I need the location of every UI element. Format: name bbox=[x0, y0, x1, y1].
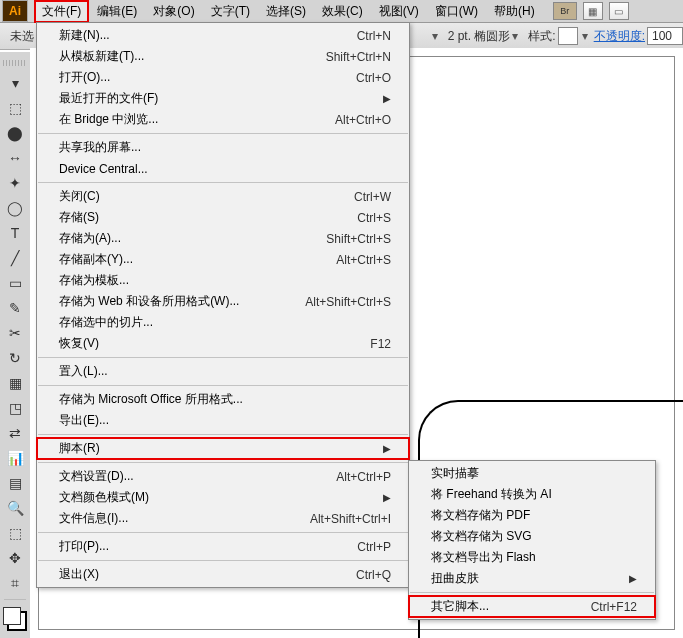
menu-item-label: 共享我的屏幕... bbox=[59, 139, 391, 156]
menu-item[interactable]: 存储为模板... bbox=[37, 270, 409, 291]
tool-8[interactable]: ▭ bbox=[3, 271, 27, 295]
menu-item[interactable]: 文件信息(I)...Alt+Shift+Ctrl+I bbox=[37, 508, 409, 529]
menu-item[interactable]: 存储为(A)...Shift+Ctrl+S bbox=[37, 228, 409, 249]
menu-item-label: 将文档导出为 Flash bbox=[431, 549, 637, 566]
menu-item[interactable]: 关闭(C)Ctrl+W bbox=[37, 186, 409, 207]
tool-16[interactable]: ▤ bbox=[3, 471, 27, 495]
selection-label: 未选 bbox=[10, 28, 34, 45]
app-logo: Ai bbox=[2, 0, 28, 22]
tool-3[interactable]: ↔ bbox=[3, 146, 27, 170]
tool-divider bbox=[4, 599, 26, 600]
menu-effect[interactable]: 效果(C) bbox=[314, 0, 371, 23]
menu-separator bbox=[38, 357, 408, 358]
tool-10[interactable]: ✂ bbox=[3, 321, 27, 345]
tool-14[interactable]: ⇄ bbox=[3, 421, 27, 445]
menu-separator bbox=[38, 434, 408, 435]
menu-item-label: 从模板新建(T)... bbox=[59, 48, 296, 65]
menu-item[interactable]: 存储选中的切片... bbox=[37, 312, 409, 333]
menu-item[interactable]: 存储为 Web 和设备所用格式(W)...Alt+Shift+Ctrl+S bbox=[37, 291, 409, 312]
tool-18[interactable]: ⬚ bbox=[3, 521, 27, 545]
menu-window[interactable]: 窗口(W) bbox=[427, 0, 486, 23]
menu-item-label: 在 Bridge 中浏览... bbox=[59, 111, 305, 128]
menu-item-label: 导出(E)... bbox=[59, 412, 391, 429]
menu-item[interactable]: 退出(X)Ctrl+Q bbox=[37, 564, 409, 585]
menu-separator bbox=[38, 182, 408, 183]
menu-item-label: 将文档存储为 PDF bbox=[431, 507, 637, 524]
menu-item-label: 将 Freehand 转换为 AI bbox=[431, 486, 637, 503]
menu-item[interactable]: 存储(S)Ctrl+S bbox=[37, 207, 409, 228]
menu-item-label: 扭曲皮肤 bbox=[431, 570, 599, 587]
menu-item[interactable]: 将文档存储为 SVG bbox=[409, 526, 655, 547]
menu-item[interactable]: 扭曲皮肤▶ bbox=[409, 568, 655, 589]
menu-item[interactable]: 恢复(V)F12 bbox=[37, 333, 409, 354]
tool-11[interactable]: ↻ bbox=[3, 346, 27, 370]
tool-20[interactable]: ⌗ bbox=[3, 571, 27, 595]
menu-item[interactable]: Device Central... bbox=[37, 158, 409, 179]
tool-5[interactable]: ◯ bbox=[3, 196, 27, 220]
menu-file[interactable]: 文件(F) bbox=[34, 0, 89, 23]
menu-item[interactable]: 将 Freehand 转换为 AI bbox=[409, 484, 655, 505]
style-swatch[interactable] bbox=[558, 27, 578, 45]
stroke-profile-caret-icon[interactable]: ▾ bbox=[512, 29, 518, 43]
menu-item-label: 文档设置(D)... bbox=[59, 468, 306, 485]
menu-help[interactable]: 帮助(H) bbox=[486, 0, 543, 23]
menu-item[interactable]: 实时描摹 bbox=[409, 463, 655, 484]
menu-object[interactable]: 对象(O) bbox=[145, 0, 202, 23]
menu-item[interactable]: 将文档存储为 PDF bbox=[409, 505, 655, 526]
screen-mode-icon[interactable]: ▭ bbox=[609, 2, 629, 20]
tool-13[interactable]: ◳ bbox=[3, 396, 27, 420]
tool-6[interactable]: T bbox=[3, 221, 27, 245]
tool-7[interactable]: ╱ bbox=[3, 246, 27, 270]
menu-item-label: 置入(L)... bbox=[59, 363, 391, 380]
menu-item-label: 其它脚本... bbox=[431, 598, 561, 615]
menu-edit[interactable]: 编辑(E) bbox=[89, 0, 145, 23]
menu-type[interactable]: 文字(T) bbox=[203, 0, 258, 23]
menu-item[interactable]: 打开(O)...Ctrl+O bbox=[37, 67, 409, 88]
tool-0[interactable]: ▾ bbox=[3, 71, 27, 95]
menu-item-label: 存储为 Web 和设备所用格式(W)... bbox=[59, 293, 275, 310]
menu-item[interactable]: 置入(L)... bbox=[37, 361, 409, 382]
menu-separator bbox=[410, 592, 654, 593]
menu-item[interactable]: 文档颜色模式(M)▶ bbox=[37, 487, 409, 508]
stroke-profile[interactable]: 2 pt. 椭圆形 bbox=[448, 28, 511, 45]
menu-item[interactable]: 新建(N)...Ctrl+N bbox=[37, 25, 409, 46]
palette-grip[interactable] bbox=[3, 60, 27, 66]
menu-item-label: 文件信息(I)... bbox=[59, 510, 280, 527]
submenu-arrow-icon: ▶ bbox=[383, 443, 391, 454]
menu-item[interactable]: 脚本(R)▶ bbox=[37, 438, 409, 459]
menu-item[interactable]: 导出(E)... bbox=[37, 410, 409, 431]
tool-1[interactable]: ⬚ bbox=[3, 96, 27, 120]
tool-12[interactable]: ▦ bbox=[3, 371, 27, 395]
menu-item-shortcut: Alt+Ctrl+P bbox=[336, 470, 391, 484]
tool-19[interactable]: ✥ bbox=[3, 546, 27, 570]
menu-item[interactable]: 打印(P)...Ctrl+P bbox=[37, 536, 409, 557]
tool-9[interactable]: ✎ bbox=[3, 296, 27, 320]
menu-item-label: 文档颜色模式(M) bbox=[59, 489, 353, 506]
menu-item-label: 退出(X) bbox=[59, 566, 326, 583]
menu-item[interactable]: 存储副本(Y)...Alt+Ctrl+S bbox=[37, 249, 409, 270]
menu-item[interactable]: 从模板新建(T)...Shift+Ctrl+N bbox=[37, 46, 409, 67]
menu-item[interactable]: 在 Bridge 中浏览...Alt+Ctrl+O bbox=[37, 109, 409, 130]
menu-item[interactable]: 将文档导出为 Flash bbox=[409, 547, 655, 568]
arrange-docs-icon[interactable]: ▦ bbox=[583, 2, 603, 20]
menu-view[interactable]: 视图(V) bbox=[371, 0, 427, 23]
tool-15[interactable]: 📊 bbox=[3, 446, 27, 470]
menu-item-label: 存储为模板... bbox=[59, 272, 391, 289]
style-caret-icon[interactable]: ▾ bbox=[582, 29, 588, 43]
tool-4[interactable]: ✦ bbox=[3, 171, 27, 195]
tool-2[interactable]: ⬤ bbox=[3, 121, 27, 145]
file-menu-dropdown: 新建(N)...Ctrl+N从模板新建(T)...Shift+Ctrl+N打开(… bbox=[36, 22, 410, 588]
menu-item[interactable]: 其它脚本...Ctrl+F12 bbox=[409, 596, 655, 617]
menu-item[interactable]: 存储为 Microsoft Office 所用格式... bbox=[37, 389, 409, 410]
menu-select[interactable]: 选择(S) bbox=[258, 0, 314, 23]
opacity-label[interactable]: 不透明度: bbox=[594, 28, 645, 45]
menu-item[interactable]: 最近打开的文件(F)▶ bbox=[37, 88, 409, 109]
color-selector[interactable] bbox=[3, 607, 27, 631]
menu-item[interactable]: 文档设置(D)...Alt+Ctrl+P bbox=[37, 466, 409, 487]
opacity-input[interactable]: 100 bbox=[647, 27, 683, 45]
tool-17[interactable]: 🔍 bbox=[3, 496, 27, 520]
stroke-caret-icon[interactable]: ▾ bbox=[432, 29, 438, 43]
bridge-button[interactable]: Br bbox=[553, 2, 577, 20]
menu-separator bbox=[38, 385, 408, 386]
menu-item[interactable]: 共享我的屏幕... bbox=[37, 137, 409, 158]
